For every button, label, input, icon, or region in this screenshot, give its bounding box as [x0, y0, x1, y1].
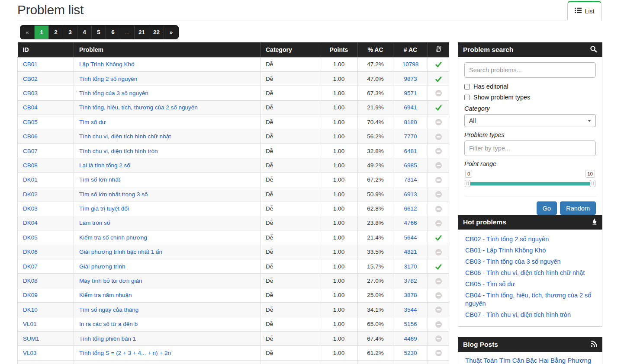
- ac-count-link[interactable]: 9571: [404, 90, 417, 96]
- problem-id-link[interactable]: DK02: [23, 191, 38, 198]
- hot-problem-link[interactable]: CB02 - Tính tổng 2 số nguyên: [465, 235, 595, 243]
- ac-count-link[interactable]: 4469: [404, 335, 417, 342]
- point-range-label: Point range: [464, 160, 596, 167]
- ac-count-link[interactable]: 7770: [404, 133, 417, 140]
- problem-id-link[interactable]: CB02: [23, 76, 38, 82]
- go-button[interactable]: Go: [537, 201, 557, 215]
- search-input[interactable]: [464, 62, 596, 78]
- problem-id-link[interactable]: VL03: [23, 350, 37, 356]
- ac-count-link[interactable]: 10798: [402, 61, 419, 67]
- problem-id-link[interactable]: CB03: [23, 90, 38, 96]
- page-next[interactable]: »: [164, 26, 178, 39]
- page-5[interactable]: 5: [92, 26, 106, 39]
- problem-id-link[interactable]: CB06: [23, 133, 38, 140]
- problem-id-link[interactable]: DK09: [23, 292, 38, 298]
- problem-id-link[interactable]: CB01: [23, 61, 38, 67]
- problem-id-link[interactable]: DK07: [23, 263, 38, 270]
- problem-id-link[interactable]: CB07: [23, 148, 38, 154]
- problem-name-link[interactable]: Kiểm tra năm nhuận: [79, 292, 132, 298]
- blog-post-link[interactable]: Thuật Toán Tìm Căn Bậc Hai Bằng Phương: [465, 356, 595, 364]
- points-value: 1.00: [333, 234, 344, 241]
- problem-name-link[interactable]: Lập Trình Không Khó: [79, 61, 135, 67]
- problem-name-link[interactable]: Tính tổng S = (2 + 3 + 4... + n) + 2n: [79, 350, 171, 356]
- ac-count-link[interactable]: 5644: [404, 234, 417, 241]
- problem-name-cell: Làm tròn số: [74, 216, 261, 230]
- problem-id-link[interactable]: DK06: [23, 249, 38, 255]
- tab-list[interactable]: List: [567, 1, 601, 20]
- hot-problem-link[interactable]: CB03 - Tính tổng của 3 số nguyên: [465, 258, 595, 266]
- random-button[interactable]: Random: [560, 201, 596, 215]
- problem-name-link[interactable]: Tìm số lớn nhất: [79, 176, 120, 183]
- problem-id-link[interactable]: DK04: [23, 220, 38, 226]
- problem-name-link[interactable]: Tính tổng 2 số nguyên: [79, 76, 137, 82]
- ac-count-link[interactable]: 3544: [404, 307, 417, 313]
- problem-name-link[interactable]: Tìm số dư: [79, 119, 106, 125]
- ac-count-link[interactable]: 4766: [404, 220, 417, 226]
- problem-id-link[interactable]: DK10: [23, 307, 38, 313]
- ac-count-link[interactable]: 6481: [404, 148, 417, 154]
- problem-id-link[interactable]: DK05: [23, 234, 38, 241]
- page-3[interactable]: 3: [63, 26, 77, 39]
- ac-count-link[interactable]: 6941: [404, 104, 417, 111]
- problem-name-link[interactable]: Máy tính bỏ túi đơn giản: [79, 278, 142, 284]
- problem-name-link[interactable]: Tính tổng của 3 số nguyên: [79, 90, 148, 96]
- problem-name-link[interactable]: Tìm số lớn nhất trong 3 số: [79, 191, 148, 198]
- problem-name-link[interactable]: Tính tổng phiên bản 1: [79, 335, 136, 342]
- category-value: Dễ: [266, 292, 273, 298]
- page-4[interactable]: 4: [77, 26, 92, 39]
- problem-name-link[interactable]: Tính chu vi, diện tích hình tròn: [79, 148, 158, 154]
- ac-count-link[interactable]: 5156: [404, 321, 417, 327]
- hot-problem-link[interactable]: CB05 - Tìm số dư: [465, 280, 595, 288]
- ac-count-link[interactable]: 7314: [404, 176, 417, 183]
- page-2[interactable]: 2: [49, 26, 63, 39]
- page-6[interactable]: 6: [106, 26, 120, 39]
- problem-id-link[interactable]: CB08: [23, 162, 38, 169]
- problem-ac-count-cell: 3878: [393, 288, 428, 302]
- page-22[interactable]: 22: [149, 26, 164, 39]
- problem-row: CB03Tính tổng của 3 số nguyênDễ1.0067.3%…: [18, 86, 449, 100]
- hot-problem-link[interactable]: CB01 - Lập Trình Không Khó: [465, 246, 595, 255]
- has-editorial-checkbox[interactable]: [464, 84, 470, 89]
- problem-id-link[interactable]: SUM1: [23, 335, 39, 342]
- problem-name-link[interactable]: Tính tổng, hiệu, tích, thương của 2 số n…: [79, 104, 198, 111]
- ac-count-link[interactable]: 6913: [404, 191, 417, 198]
- problem-types-input[interactable]: [464, 140, 596, 156]
- hot-problem-link[interactable]: CB07 - Tính chu vi, diện tích hình tròn: [465, 311, 595, 319]
- ac-count-link[interactable]: 5230: [404, 350, 417, 356]
- problem-name-link[interactable]: Lại là tính tổng 2 số: [79, 162, 130, 169]
- ac-count-link[interactable]: 3878: [404, 292, 417, 298]
- ac-count-link[interactable]: 6612: [404, 205, 417, 212]
- problem-status-cell: [428, 172, 449, 187]
- ac-count-link[interactable]: 6985: [404, 162, 417, 169]
- problem-name-link[interactable]: Giải phương trình: [79, 263, 125, 270]
- points-value: 1.00: [333, 76, 344, 82]
- problem-id-link[interactable]: DK08: [23, 278, 38, 284]
- problem-id-link[interactable]: DK03: [23, 205, 38, 212]
- ac-count-link[interactable]: 3170: [404, 263, 417, 270]
- problem-name-link[interactable]: Làm tròn số: [79, 220, 110, 226]
- slider-handle-max[interactable]: [590, 180, 595, 187]
- page-1[interactable]: 1: [35, 26, 49, 39]
- page-21[interactable]: 21: [135, 26, 149, 39]
- category-select[interactable]: All: [464, 114, 596, 127]
- problem-id-link[interactable]: CB04: [23, 104, 38, 111]
- ac-count-link[interactable]: 4821: [404, 249, 417, 255]
- slider-track[interactable]: [467, 182, 593, 185]
- problem-id-link[interactable]: VL01: [23, 321, 37, 327]
- ac-count-link[interactable]: 9873: [404, 76, 417, 82]
- hot-problem-link[interactable]: CB04 - Tính tổng, hiệu, tích, thương của…: [465, 291, 595, 307]
- problem-name-link[interactable]: In ra các số từ a đến b: [79, 321, 138, 327]
- problem-name-link[interactable]: Tìm số ngày của tháng: [79, 307, 138, 313]
- problem-id-link[interactable]: DK01: [23, 176, 38, 183]
- show-types-checkbox[interactable]: [464, 95, 470, 100]
- problem-name-link[interactable]: Tìm giá trị tuyệt đối: [79, 205, 129, 212]
- problem-id-link[interactable]: CB05: [23, 119, 38, 125]
- slider-handle-min[interactable]: [465, 180, 470, 187]
- problem-name-link[interactable]: Giải phương trình bậc nhất 1 ẩn: [79, 249, 162, 255]
- hot-problem-link[interactable]: CB06 - Tính chu vi, diện tích hình chữ n…: [465, 269, 595, 277]
- problem-name-link[interactable]: Tính chu vi, diện tích hình chữ nhật: [79, 133, 171, 140]
- problem-name-link[interactable]: Kiểm tra số chính phương: [79, 234, 147, 241]
- ac-rate-value: 15.7%: [367, 263, 383, 270]
- ac-count-link[interactable]: 8180: [404, 119, 417, 125]
- ac-count-link[interactable]: 3782: [404, 278, 417, 284]
